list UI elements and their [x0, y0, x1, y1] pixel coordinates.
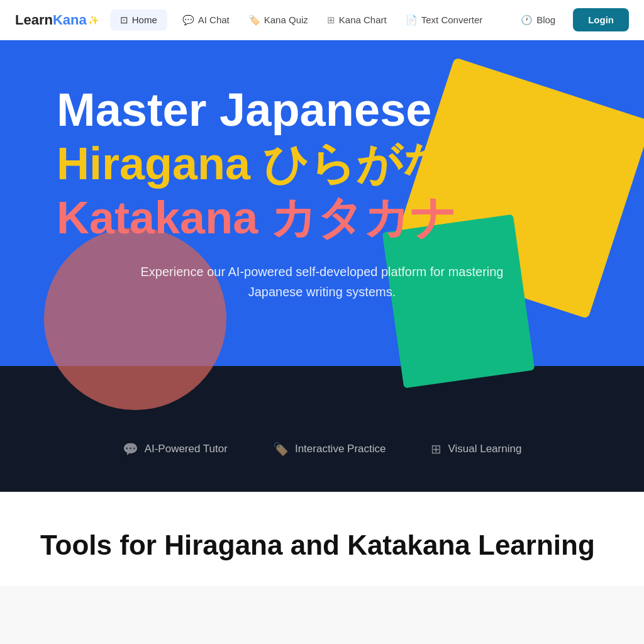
ai-tutor-icon: 💬	[123, 441, 138, 457]
blog-icon: 🕐	[521, 14, 533, 26]
text-converter-label: Text Converter	[421, 14, 483, 25]
hero-hiragana-line: Hiragana ひらがな	[57, 139, 587, 189]
navbar: Learn Kana ✨ ⊡ Home 💬 AI Chat 🏷️ Kana Qu…	[0, 0, 644, 40]
kana-quiz-icon: 🏷️	[248, 14, 260, 26]
hiragana-jp: ひらがな	[263, 138, 449, 189]
home-icon: ⊡	[120, 14, 128, 26]
visual-icon: ⊞	[431, 441, 441, 457]
interactive-icon: 🏷️	[273, 441, 289, 457]
feature-visual: ⊞ Visual Learning	[431, 441, 521, 457]
kana-chart-icon: ⊞	[327, 14, 335, 26]
visual-label: Visual Learning	[448, 443, 521, 455]
kana-quiz-label: Kana Quiz	[264, 14, 308, 25]
feature-interactive: 🏷️ Interactive Practice	[273, 441, 386, 457]
hero-title: Master Japanese	[57, 84, 587, 135]
nav-item-ai-chat[interactable]: 💬 AI Chat	[174, 9, 238, 31]
tools-section-title: Tools for Hiragana and Katakana Learning	[40, 530, 604, 561]
nav-item-blog[interactable]: 🕐 Blog	[512, 9, 564, 31]
hero-content: Master Japanese Hiragana ひらがな Katakana カ…	[0, 40, 644, 302]
feature-ai-tutor: 💬 AI-Powered Tutor	[123, 441, 228, 457]
ai-chat-label: AI Chat	[198, 14, 230, 25]
hero-features: 💬 AI-Powered Tutor 🏷️ Interactive Practi…	[0, 441, 644, 457]
logo-kana: Kana	[53, 12, 87, 28]
hiragana-en: Hiragana	[57, 138, 263, 189]
login-button[interactable]: Login	[573, 8, 629, 31]
interactive-label: Interactive Practice	[295, 443, 386, 455]
hero-subtitle: Experience our AI-powered self-developed…	[140, 262, 504, 302]
hero-katakana-line: Katakana カタカナ	[57, 193, 587, 243]
katakana-jp: カタカナ	[270, 192, 457, 243]
logo-learn: Learn	[15, 12, 53, 28]
text-converter-icon: 📄	[406, 14, 418, 26]
blog-label: Blog	[536, 14, 555, 25]
tools-section: Tools for Hiragana and Katakana Learning	[0, 492, 644, 586]
nav-item-kana-chart[interactable]: ⊞ Kana Chart	[318, 9, 396, 31]
kana-chart-label: Kana Chart	[339, 14, 387, 25]
logo-star: ✨	[88, 15, 99, 25]
nav-item-text-converter[interactable]: 📄 Text Converter	[397, 9, 492, 31]
hero-section: Master Japanese Hiragana ひらがな Katakana カ…	[0, 40, 644, 492]
ai-tutor-label: AI-Powered Tutor	[145, 443, 228, 455]
ai-chat-icon: 💬	[182, 14, 194, 26]
nav-item-kana-quiz[interactable]: 🏷️ Kana Quiz	[240, 9, 317, 31]
katakana-en: Katakana	[57, 192, 270, 243]
nav-items: 💬 AI Chat 🏷️ Kana Quiz ⊞ Kana Chart 📄 Te…	[174, 9, 508, 31]
home-button[interactable]: ⊡ Home	[110, 9, 167, 31]
logo[interactable]: Learn Kana ✨	[15, 12, 99, 28]
home-label: Home	[132, 14, 157, 25]
